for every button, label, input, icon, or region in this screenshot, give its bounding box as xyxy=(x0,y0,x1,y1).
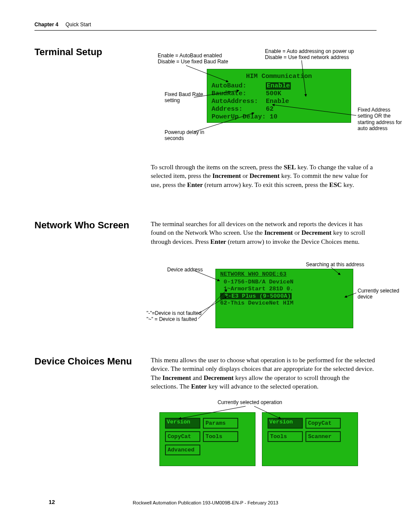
callout-baudsetting: Fixed Baud Rate setting xyxy=(165,91,203,104)
callout-faultlegend: "-"=Device is not faulted"~" = Device is… xyxy=(146,310,211,323)
para-network-who: The terminal searches for all devices on… xyxy=(151,220,377,246)
chapter-label: Chapter 4 xyxy=(34,22,58,28)
callout-autobaud: Enable = AutoBaud enabledDisable = Use f… xyxy=(158,53,231,65)
menu-option-version[interactable]: Version xyxy=(268,418,303,429)
publication-line: Rockwell Automation Publication 193-UM00… xyxy=(0,500,411,505)
lcd2-row: 62-This DeviceNet HIM xyxy=(220,300,349,307)
menu-option-params[interactable]: Params xyxy=(203,418,238,429)
para-device-choices: This menu allows the user to choose what… xyxy=(151,356,377,391)
lcd-him-communication: HIM Communication AutoBaud: EnableBaudRa… xyxy=(207,69,351,123)
lcd2-row: 0-1756-DNB/A DeviceN xyxy=(220,279,349,286)
heading-network-who: Network Who Screen xyxy=(34,220,129,231)
menu-option-scanner[interactable]: Scanner xyxy=(305,431,341,442)
menu-option-version[interactable]: Version xyxy=(165,418,200,429)
lcd1-row: PowerUp Delay: 10 xyxy=(212,113,346,121)
lcd2-row: 1~ArmorStart 281D 0. xyxy=(220,286,349,292)
chapter-title: Quick Start xyxy=(65,22,91,28)
lcd2-header: NETWORK WHO NODE:63 xyxy=(220,271,349,278)
callout-address: Fixed Address setting OR the starting ad… xyxy=(358,107,405,132)
heading-terminal-setup: Terminal Setup xyxy=(34,47,102,58)
callout-selected-op: Currently selected operation xyxy=(207,399,293,405)
callout-powerup: Powerup delay in seconds xyxy=(165,129,216,142)
menu-option-tools[interactable]: Tools xyxy=(203,431,238,442)
menu-option-advanced[interactable]: Advanced xyxy=(165,445,200,455)
lcd1-row: AutoBaud: Enable xyxy=(212,82,346,90)
callout-devaddr: Device address xyxy=(167,267,210,273)
lcd-menu-a: VersionParamsCopyCatToolsAdvanced xyxy=(159,412,255,466)
menu-option-copycat[interactable]: CopyCat xyxy=(165,431,200,442)
heading-device-choices: Device Choices Menu xyxy=(34,356,132,367)
lcd1-row: Address: 62 xyxy=(212,106,346,113)
lcd1-row: AutoAddress: Enable xyxy=(212,98,346,106)
lcd-network-who: NETWORK WHO NODE:63 0-1756-DNB/A DeviceN… xyxy=(215,269,353,328)
lcd1-row: BaudRate: 500K xyxy=(212,90,346,98)
lcd2-row: 2-E3 Plus (9-5000A) xyxy=(220,293,349,300)
para-terminal-setup: To scroll through the items on the scree… xyxy=(151,163,377,189)
menu-option-copycat[interactable]: CopyCat xyxy=(305,418,341,429)
callout-searching: Searching at this address xyxy=(306,261,371,268)
callout-autoaddr: Enable = Auto addressing on power upDisa… xyxy=(265,48,364,61)
lcd-menu-b: VersionCopyCatToolsScanner xyxy=(262,412,358,466)
lcd1-title: HIM Communication xyxy=(212,73,346,81)
callout-selected: Currently selected device xyxy=(358,288,405,300)
menu-option-tools[interactable]: Tools xyxy=(268,431,303,442)
page-header: Chapter 4 Quick Start xyxy=(34,22,377,31)
